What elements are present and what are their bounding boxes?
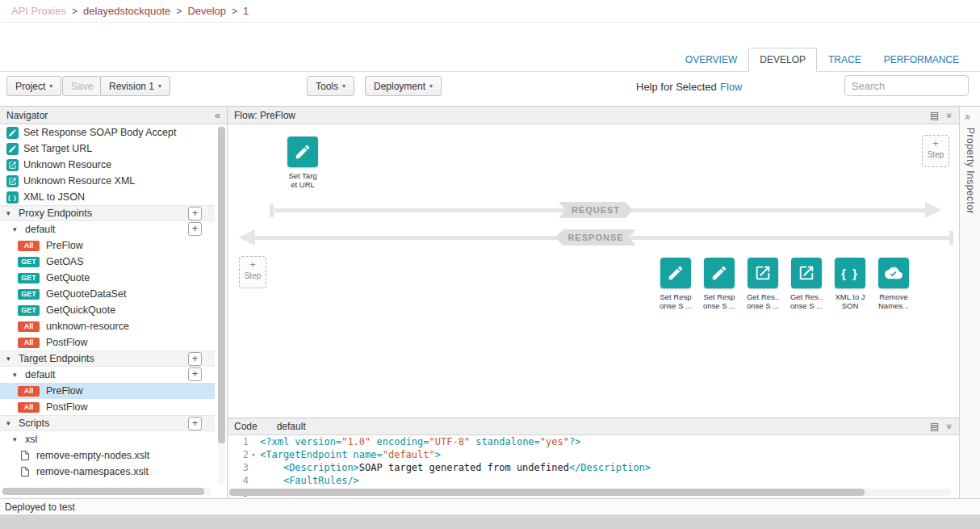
callout-icon xyxy=(6,159,19,171)
xmljson-icon[interactable]: { } xyxy=(835,258,865,288)
navigator-group-default[interactable]: ▾default+ xyxy=(0,221,215,237)
add-button[interactable]: + xyxy=(188,207,202,220)
method-badge: GET xyxy=(18,305,40,316)
scrollbar-thumb[interactable] xyxy=(218,127,225,443)
panel-layout-icon[interactable]: ▤ xyxy=(930,421,939,432)
callout-icon xyxy=(6,175,19,187)
add-step-button-request[interactable]: + Step xyxy=(922,135,949,167)
scrollbar-thumb[interactable] xyxy=(229,489,865,496)
pencil-icon[interactable] xyxy=(287,136,318,167)
navigator-policy-unknown-resource-xml[interactable]: Unknown Resource XML xyxy=(0,173,215,189)
navigator-policy-set-response-soap-body-accept[interactable]: Set Response SOAP Body Accept xyxy=(0,124,215,141)
flow-step-set-resp-onse-s[interactable]: Set Response S ... xyxy=(660,258,691,310)
panel-collapse-icon[interactable]: » xyxy=(944,112,956,118)
panel-layout-icon[interactable]: ▤ xyxy=(930,110,939,121)
code-line[interactable]: 3 <Description>SOAP target generated fro… xyxy=(228,461,959,474)
file-icon xyxy=(19,449,31,462)
navigator-file-remove-empty-nodes-xslt[interactable]: remove-empty-nodes.xslt xyxy=(0,447,215,464)
save-button[interactable]: Save xyxy=(62,76,102,96)
code-line[interactable]: 2▾<TargetEndpoint name="default"> xyxy=(228,448,959,461)
add-step-button-response[interactable]: + Step xyxy=(239,256,266,288)
panel-collapse-icon[interactable]: » xyxy=(944,424,956,430)
project-menu-button[interactable]: Project ▾ xyxy=(6,76,61,96)
flow-step-get-res-onse-s[interactable]: Get Res..onse S ... xyxy=(791,258,822,310)
navigator-flow-unknown-resource[interactable]: Allunknown-resource xyxy=(0,318,215,334)
fold-arrow-icon[interactable]: ▾ xyxy=(249,448,258,461)
deployment-menu-button[interactable]: Deployment ▾ xyxy=(365,76,442,96)
code-line[interactable]: 4 <FaultRules/> xyxy=(228,474,959,487)
cloudcheck-icon[interactable] xyxy=(878,258,909,288)
navigator-horizontal-scrollbar[interactable] xyxy=(2,488,211,495)
navigator-flow-postflow[interactable]: AllPostFlow xyxy=(0,399,215,415)
navigator-flow-getquickquote[interactable]: GETGetQuickQuote xyxy=(0,302,215,318)
collapse-navigator-icon[interactable]: « xyxy=(215,109,220,121)
expander-triangle-icon[interactable]: ▾ xyxy=(6,419,15,427)
save-button-label: Save xyxy=(71,81,93,92)
flow-step-xml-to-j-son[interactable]: { }XML to JSON xyxy=(835,258,865,310)
search-input[interactable] xyxy=(844,75,969,96)
navigator-flow-getquote[interactable]: GETGetQuote xyxy=(0,270,215,286)
add-button[interactable]: + xyxy=(188,367,202,381)
navigator-group-default[interactable]: ▾default+ xyxy=(0,367,215,383)
flow-step-get-res-onse-s[interactable]: Get Res..onse S ... xyxy=(748,258,778,310)
navigator-file-remove-namespaces-xslt[interactable]: remove-namespaces.xslt xyxy=(0,464,215,480)
navigator-group-xsl[interactable]: ▾xsl xyxy=(0,431,215,447)
code-horizontal-scrollbar[interactable] xyxy=(229,489,951,496)
navigator-section-proxy-endpoints[interactable]: ▾Proxy Endpoints+ xyxy=(0,205,215,221)
property-inspector-label: Property Inspector xyxy=(965,128,976,214)
breadcrumb-item-api-proxies[interactable]: API Proxies xyxy=(11,5,66,17)
expand-property-inspector-icon[interactable]: « xyxy=(962,115,974,120)
flow-canvas: + Step REQUEST RESPONSE + Step Set Targe… xyxy=(228,124,959,418)
pencil-icon[interactable] xyxy=(704,258,735,288)
flow-step-label: Get Res..onse S ... xyxy=(744,292,781,310)
tab-performance[interactable]: PERFORMANCE xyxy=(873,48,970,72)
flow-header: Flow: PreFlow ▤ » xyxy=(228,107,959,124)
braces-glyph: { } xyxy=(841,267,859,280)
expander-triangle-icon[interactable]: ▾ xyxy=(6,209,15,217)
navigator-vertical-scrollbar[interactable] xyxy=(218,126,225,485)
pencil-icon[interactable] xyxy=(660,258,691,288)
tools-menu-button[interactable]: Tools ▾ xyxy=(307,76,354,96)
flow-step-set-targ-et-url[interactable]: Set Target URL xyxy=(287,136,318,189)
flow-step-set-resp-onse-s[interactable]: Set Response S ... xyxy=(704,258,735,310)
add-button[interactable]: + xyxy=(188,222,202,236)
add-button[interactable]: + xyxy=(188,417,202,430)
navigator-policy-set-target-url[interactable]: Set Target URL xyxy=(0,141,215,157)
navigator-section-target-endpoints[interactable]: ▾Target Endpoints+ xyxy=(0,351,215,367)
flow-step-remove-names[interactable]: RemoveNames... xyxy=(878,258,909,310)
breadcrumb-item-delayedstockquote[interactable]: delayedstockquote xyxy=(83,5,170,17)
code-line[interactable]: 1<?xml version="1.0" encoding="UTF-8" st… xyxy=(228,435,959,448)
navigator-flow-postflow[interactable]: AllPostFlow xyxy=(0,334,215,351)
breadcrumb-item-develop[interactable]: Develop xyxy=(187,5,226,17)
braces-glyph: { } xyxy=(8,194,17,201)
expander-triangle-icon[interactable]: ▾ xyxy=(6,355,15,363)
navigator-policy-xml-to-json[interactable]: { }XML to JSON xyxy=(0,189,215,205)
navigator-policy-unknown-resource[interactable]: Unknown Resource xyxy=(0,157,215,173)
project-menu-label: Project xyxy=(15,81,45,92)
tab-trace[interactable]: TRACE xyxy=(817,48,873,72)
navigator-item-label: Target Endpoints xyxy=(19,353,94,364)
expander-triangle-icon[interactable]: ▾ xyxy=(13,435,21,443)
navigator-flow-preflow[interactable]: AllPreFlow xyxy=(0,383,215,399)
revision-menu-button[interactable]: Revision 1 ▾ xyxy=(100,76,170,96)
method-badge: All xyxy=(18,338,40,348)
method-badge: All xyxy=(18,321,40,332)
flow-editor-panel: Flow: PreFlow ▤ » + Step REQUEST RESPONS… xyxy=(228,106,959,418)
navigator-flow-preflow[interactable]: AllPreFlow xyxy=(0,237,215,254)
tab-overview[interactable]: OVERVIEW xyxy=(674,48,748,72)
navigator-flow-getoas[interactable]: GETGetOAS xyxy=(0,254,215,270)
code-tab-default[interactable]: default xyxy=(277,421,306,432)
method-badge: GET xyxy=(18,289,40,300)
scrollbar-thumb[interactable] xyxy=(2,488,204,495)
navigator-section-scripts[interactable]: ▾Scripts+ xyxy=(0,415,215,431)
navigator-flow-getquotedataset[interactable]: GETGetQuoteDataSet xyxy=(0,286,215,302)
flow-step-label: RemoveNames... xyxy=(875,292,912,310)
callout-icon[interactable] xyxy=(748,258,778,288)
expander-triangle-icon[interactable]: ▾ xyxy=(13,225,21,233)
navigator-item-label: XML to JSON xyxy=(23,191,85,203)
flow-help-link[interactable]: Flow xyxy=(720,81,742,93)
tab-develop[interactable]: DEVELOP xyxy=(748,48,817,72)
add-button[interactable]: + xyxy=(188,352,202,366)
expander-triangle-icon[interactable]: ▾ xyxy=(13,371,21,379)
callout-icon[interactable] xyxy=(791,258,822,288)
